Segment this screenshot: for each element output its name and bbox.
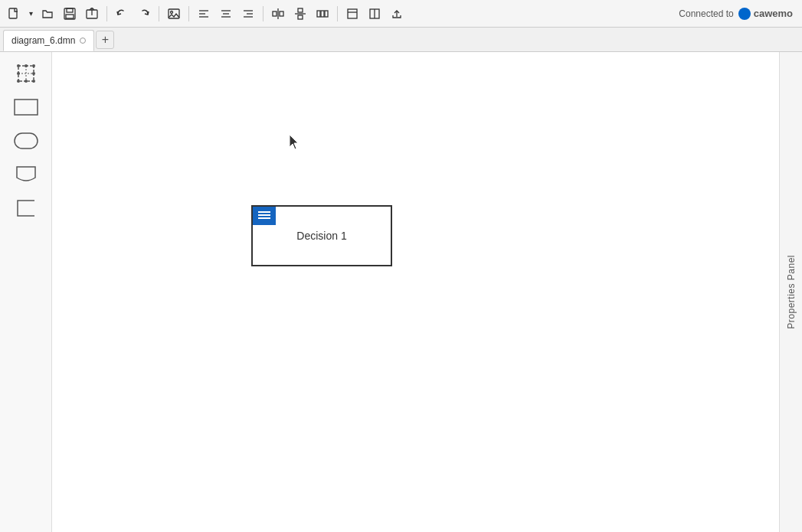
insert-tools bbox=[163, 3, 185, 24]
svg-marker-44 bbox=[290, 135, 298, 149]
connected-text: Connected to bbox=[679, 8, 733, 19]
tab-diagram6[interactable]: diagram_6.dmn bbox=[3, 30, 94, 51]
svg-rect-25 bbox=[325, 11, 328, 17]
add-tab-button[interactable]: + bbox=[96, 31, 114, 49]
extra-tools bbox=[342, 3, 408, 24]
svg-point-39 bbox=[17, 72, 20, 75]
distribute-v-button[interactable] bbox=[290, 3, 311, 24]
sep3 bbox=[188, 6, 189, 21]
svg-point-40 bbox=[32, 72, 35, 75]
history-tools bbox=[111, 3, 155, 24]
image-button[interactable] bbox=[163, 3, 185, 24]
svg-rect-24 bbox=[321, 11, 324, 17]
sep5 bbox=[337, 6, 338, 21]
decision-node[interactable]: Decision 1 bbox=[251, 205, 392, 266]
properties-panel[interactable]: Properties Panel bbox=[779, 52, 802, 532]
svg-rect-0 bbox=[9, 8, 17, 18]
upload-button[interactable] bbox=[386, 3, 408, 24]
svg-point-7 bbox=[171, 11, 173, 13]
svg-rect-42 bbox=[15, 100, 38, 115]
extra-btn2[interactable] bbox=[364, 3, 385, 24]
export-button[interactable] bbox=[81, 3, 103, 24]
new-file-button[interactable] bbox=[3, 3, 25, 24]
cawemo-icon bbox=[738, 8, 751, 20]
rectangle-tool[interactable] bbox=[8, 92, 44, 122]
select-tool[interactable] bbox=[8, 58, 44, 89]
knowledge-source-tool[interactable] bbox=[8, 159, 44, 190]
redo-button[interactable] bbox=[133, 3, 155, 24]
svg-point-41 bbox=[25, 80, 28, 83]
tab-bar: diagram_6.dmn + bbox=[0, 28, 802, 52]
svg-rect-19 bbox=[280, 11, 283, 16]
new-file-dropdown[interactable]: ▾ bbox=[25, 3, 36, 24]
svg-rect-21 bbox=[298, 8, 303, 12]
sep4 bbox=[263, 6, 264, 21]
svg-rect-18 bbox=[273, 11, 277, 16]
rounded-rect-tool[interactable] bbox=[8, 126, 44, 156]
svg-point-34 bbox=[17, 64, 20, 67]
align-right-button[interactable] bbox=[237, 3, 259, 24]
annotation-tool[interactable] bbox=[8, 193, 44, 224]
sep1 bbox=[106, 6, 107, 21]
canvas[interactable]: Decision 1 bbox=[52, 52, 802, 532]
svg-rect-26 bbox=[348, 9, 357, 18]
brand-name: cawemo bbox=[754, 8, 793, 19]
decision-node-label: Decision 1 bbox=[253, 207, 391, 265]
align-center-button[interactable] bbox=[215, 3, 237, 24]
extra-btn1[interactable] bbox=[342, 3, 363, 24]
svg-rect-2 bbox=[67, 8, 73, 12]
cawemo-logo: cawemo bbox=[738, 8, 793, 20]
file-tools: ▾ bbox=[3, 3, 103, 24]
svg-point-36 bbox=[17, 80, 20, 83]
properties-panel-label: Properties Panel bbox=[786, 255, 797, 329]
open-file-button[interactable] bbox=[37, 3, 58, 24]
svg-rect-3 bbox=[66, 15, 74, 18]
svg-rect-23 bbox=[317, 11, 320, 17]
svg-point-35 bbox=[32, 64, 35, 67]
svg-point-38 bbox=[25, 64, 28, 67]
tab-unsaved-indicator bbox=[80, 38, 86, 44]
tab-label: diagram_6.dmn bbox=[11, 35, 75, 46]
main-toolbar: ▾ bbox=[0, 0, 802, 28]
mouse-cursor bbox=[290, 135, 299, 149]
left-toolbar bbox=[0, 52, 52, 532]
svg-rect-43 bbox=[15, 133, 38, 149]
align-tools bbox=[193, 3, 259, 24]
save-button[interactable] bbox=[59, 3, 80, 24]
undo-button[interactable] bbox=[111, 3, 133, 24]
main-area: Decision 1 Properties Panel bbox=[0, 52, 802, 532]
align-left-button[interactable] bbox=[193, 3, 214, 24]
svg-rect-22 bbox=[298, 15, 303, 19]
distribute-space-button[interactable] bbox=[312, 3, 333, 24]
connection-status: Connected to cawemo bbox=[679, 8, 799, 20]
sep2 bbox=[159, 6, 159, 21]
svg-point-37 bbox=[32, 80, 35, 83]
distribute-tools bbox=[267, 3, 333, 24]
distribute-h-button[interactable] bbox=[267, 3, 289, 24]
